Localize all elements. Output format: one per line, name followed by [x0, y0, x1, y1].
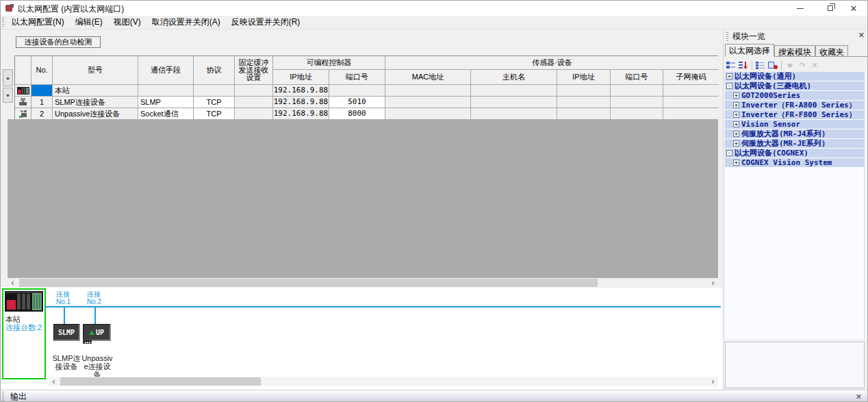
model-cell[interactable]: 本站	[53, 85, 138, 97]
tab-favorites[interactable]: 收藏夹	[815, 45, 848, 56]
hostname-cell[interactable]	[471, 108, 557, 120]
header-plc-port: 端口号	[329, 70, 385, 85]
tree-item-ethernet-cognex[interactable]: - 以太网设备(COGNEX)	[725, 149, 865, 158]
slmp-device-icon[interactable]: SLMP	[53, 324, 80, 341]
comm-cell[interactable]: SLMP	[138, 97, 194, 108]
tree-item-inverter-a800[interactable]: + Inverter（FR-A800 Series）	[725, 101, 865, 110]
tree-item-ethernet-mitsubishi[interactable]: - 以太网设备(三菱电机)	[725, 81, 865, 90]
delete-icon[interactable]: ✕	[809, 60, 820, 71]
comm-cell[interactable]: Socket通信	[138, 108, 194, 120]
expand-icon[interactable]: +	[733, 112, 739, 118]
image-display-icon[interactable]	[767, 60, 778, 71]
header-model: 型号	[53, 56, 138, 85]
row-selector-cell[interactable]: 2	[31, 108, 53, 120]
tree-item-vision-sensor[interactable]: + Vision Sensor	[725, 120, 865, 129]
expand-icon[interactable]: +	[726, 73, 732, 79]
tree-item-got2000[interactable]: + GOT2000Series	[725, 91, 865, 100]
scroll-left-icon[interactable]: ‹	[49, 377, 59, 386]
fixed-buffer-cell[interactable]	[235, 97, 273, 108]
model-cell[interactable]: SLMP连接设备	[53, 97, 138, 108]
menu-cancel-and-close[interactable]: 取消设置并关闭(A)	[146, 15, 226, 29]
menu-view[interactable]: 视图(V)	[108, 15, 146, 29]
plc-ip-cell[interactable]: 192.168.9.88	[273, 85, 329, 97]
sensor-ip-cell[interactable]	[557, 85, 611, 97]
row-selector-cell[interactable]: 1	[31, 97, 53, 108]
tab-ethernet-selection[interactable]: 以太网选择	[725, 44, 774, 57]
title-bar: 以太网配置 (内置以太网端口) ✕	[1, 1, 867, 16]
plc-ip-cell[interactable]: 192.168.9.88	[273, 108, 329, 120]
subnet-cell[interactable]	[663, 108, 719, 120]
tree-vertical-scrollbar[interactable]	[864, 72, 868, 339]
host-station-box[interactable]: 本站 连接台数:2	[2, 288, 46, 379]
protocol-cell[interactable]: TCP	[194, 108, 235, 120]
sensor-ip-cell[interactable]	[557, 97, 611, 108]
protocol-cell[interactable]	[194, 85, 235, 97]
mac-cell[interactable]	[385, 97, 471, 108]
scrollbar-thumb[interactable]	[19, 279, 598, 287]
tree-item-inverter-f800[interactable]: + Inverter（FR-F800 Series）	[725, 110, 865, 119]
scroll-right-icon[interactable]: ›	[708, 377, 718, 386]
expand-icon[interactable]: +	[733, 102, 739, 108]
expand-icon[interactable]: +	[733, 140, 739, 147]
mac-cell[interactable]	[385, 108, 471, 120]
sensor-port-cell[interactable]	[611, 108, 663, 120]
restore-icon	[828, 5, 833, 11]
sensor-port-cell[interactable]	[611, 97, 663, 108]
close-button[interactable]: ✕	[839, 1, 868, 16]
fixed-buffer-cell[interactable]	[235, 108, 273, 120]
toolbar-separator	[752, 61, 752, 70]
subnet-cell[interactable]	[663, 97, 719, 108]
plc-ip-cell[interactable]: 192.168.9.88	[273, 97, 329, 108]
auto-detect-button[interactable]: 连接设备的自动检测	[16, 36, 101, 48]
output-bar[interactable]: 输出 ✕	[1, 390, 867, 402]
diagram-horizontal-scrollbar[interactable]: ‹ ›	[49, 377, 718, 386]
expand-icon[interactable]: +	[733, 92, 739, 99]
hostname-cell[interactable]	[471, 85, 557, 97]
panel-close-icon[interactable]: ✕	[858, 31, 865, 40]
tree-item-servo-mrje[interactable]: + 伺服放大器(MR-JE系列)	[725, 139, 865, 148]
tree-item-ethernet-generic[interactable]: + 以太网设备(通用)	[725, 72, 865, 81]
scrollbar-thumb[interactable]	[60, 377, 261, 386]
sensor-port-cell[interactable]	[611, 85, 663, 97]
comm-cell[interactable]	[138, 85, 194, 97]
mac-cell[interactable]	[385, 85, 471, 97]
minimize-button[interactable]	[785, 1, 815, 16]
expand-icon[interactable]: +	[733, 121, 739, 127]
sensor-ip-cell[interactable]	[557, 108, 611, 120]
header-no: No.	[31, 56, 53, 85]
move-row-down-button[interactable]: ▼	[3, 88, 13, 103]
category-display-icon[interactable]	[726, 60, 737, 71]
sort-icon[interactable]	[738, 60, 749, 71]
menu-apply-and-close[interactable]: 反映设置并关闭(R)	[226, 15, 306, 29]
tree-item-cognex-vision[interactable]: + COGNEX Vision System	[725, 158, 865, 167]
tab-search-module[interactable]: 搜索模块	[774, 45, 815, 56]
menu-ethernet-config[interactable]: 以太网配置(N)	[6, 15, 70, 29]
hostname-cell[interactable]	[471, 97, 557, 108]
fixed-buffer-cell[interactable]	[235, 85, 273, 97]
favorite-icon[interactable]: ★	[784, 60, 795, 71]
table-horizontal-scrollbar[interactable]: ‹ ›	[8, 278, 718, 288]
plc-port-cell[interactable]	[329, 85, 385, 97]
plc-port-cell[interactable]: 5010	[329, 97, 385, 108]
model-cell[interactable]: Unpassive连接设备	[53, 108, 138, 120]
collapse-icon[interactable]: -	[726, 83, 732, 89]
subnet-cell[interactable]	[663, 85, 719, 97]
scroll-right-icon[interactable]: ›	[708, 278, 718, 288]
close-icon: ✕	[850, 3, 858, 14]
tree-item-servo-mrj4[interactable]: + 伺服放大器(MR-J4系列)	[725, 129, 865, 138]
green-arrow-icon	[89, 330, 94, 335]
expand-icon[interactable]: +	[733, 160, 739, 166]
protocol-cell[interactable]: TCP	[194, 97, 235, 108]
collapse-icon[interactable]: -	[726, 150, 732, 156]
output-close-icon[interactable]: ✕	[856, 392, 862, 401]
list-display-icon[interactable]	[755, 60, 766, 71]
row-selector-cell[interactable]	[31, 85, 53, 97]
move-row-up-button[interactable]: ▲	[3, 69, 13, 86]
expand-icon[interactable]: +	[733, 131, 739, 137]
plc-port-cell[interactable]: 8000	[329, 108, 385, 120]
unpassive-device-icon[interactable]: UP	[83, 324, 111, 341]
menu-edit[interactable]: 编辑(E)	[70, 15, 108, 29]
scroll-left-icon[interactable]: ‹	[8, 278, 18, 288]
header-plc-ip: IP地址	[273, 70, 329, 85]
move-to-favorites-icon[interactable]: ↷	[797, 60, 808, 71]
